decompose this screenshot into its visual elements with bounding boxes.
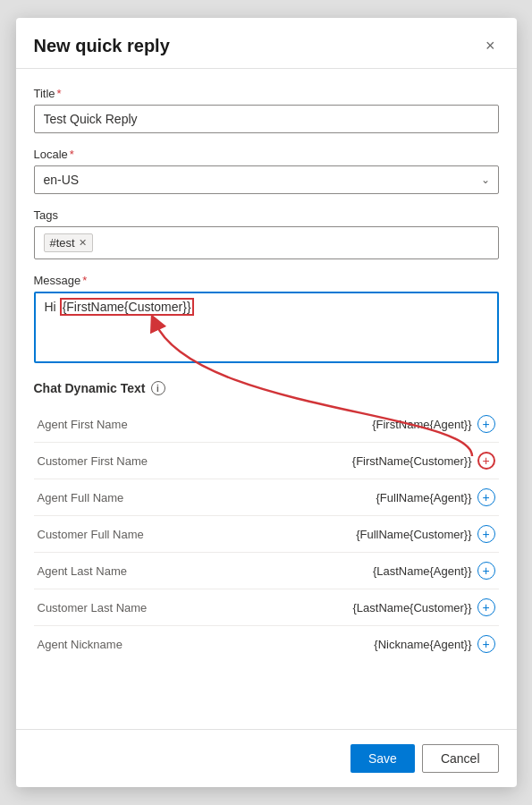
title-label: Title*	[34, 87, 499, 100]
table-row: Agent Nickname{Nickname{Agent}}+	[34, 626, 499, 663]
add-dynamic-button[interactable]: +	[477, 635, 495, 653]
table-row: Customer First Name{FirstName{Customer}}…	[34, 443, 499, 479]
row-value-cell: {LastName{Agent}}+	[243, 553, 499, 589]
row-dynamic-value: {LastName{Agent}}	[373, 564, 472, 578]
row-value-cell: {FirstName{Customer}}+	[243, 443, 499, 479]
dialog-footer: Save Cancel	[16, 729, 517, 787]
row-value-cell: {Nickname{Agent}}+	[243, 626, 499, 662]
row-name: Customer First Name	[34, 443, 243, 479]
dialog-body: Title* Locale* en-US en-GB fr-FR de-DE e…	[16, 69, 517, 715]
row-value-cell: {FullName{Agent}}+	[243, 479, 499, 515]
tag-item: #test ✕	[44, 233, 93, 252]
message-label: Message*	[34, 274, 499, 287]
table-row: Agent Last Name{LastName{Agent}}+	[34, 553, 499, 589]
row-dynamic-value: {FullName{Agent}}	[376, 491, 472, 504]
row-value-cell: {FirstName{Agent}}+	[243, 406, 499, 442]
add-dynamic-button[interactable]: +	[477, 525, 495, 543]
row-name: Agent Nickname	[34, 626, 243, 663]
table-row: Customer Full Name{FullName{Customer}}+	[34, 516, 499, 553]
dynamic-text-section: Chat Dynamic Text i Agent First Name{Fir…	[34, 381, 499, 662]
table-row: Agent Full Name{FullName{Agent}}+	[34, 479, 499, 516]
row-value-cell: {FullName{Customer}}+	[243, 516, 499, 552]
required-star-locale: *	[70, 148, 74, 161]
cancel-button[interactable]: Cancel	[422, 744, 499, 773]
row-value-cell: {LastName{Customer}}+	[243, 589, 499, 625]
row-dynamic-value: {Nickname{Agent}}	[374, 638, 471, 651]
add-dynamic-button[interactable]: +	[477, 598, 495, 616]
row-name: Customer Full Name	[34, 516, 243, 553]
table-row: Agent First Name{FirstName{Agent}}+	[34, 406, 499, 443]
required-star: *	[57, 87, 62, 100]
table-row: Customer Last Name{LastName{Customer}}+	[34, 589, 499, 626]
message-group: Message* Hi {FirstName{Customer}}	[34, 274, 499, 363]
locale-label: Locale*	[34, 148, 499, 161]
message-textarea[interactable]: Hi {FirstName{Customer}}	[34, 292, 499, 363]
locale-select-wrapper: en-US en-GB fr-FR de-DE es-ES ⌄	[34, 165, 499, 194]
locale-group: Locale* en-US en-GB fr-FR de-DE es-ES ⌄	[34, 148, 499, 194]
tags-group: Tags #test ✕	[34, 208, 499, 259]
message-prefix: Hi	[45, 300, 60, 314]
tags-input[interactable]: #test ✕	[34, 226, 499, 259]
row-name: Agent Full Name	[34, 479, 243, 516]
add-dynamic-button[interactable]: +	[477, 488, 495, 506]
title-input[interactable]	[34, 105, 499, 133]
tags-label: Tags	[34, 208, 499, 222]
row-name: Agent Last Name	[34, 553, 243, 589]
title-group: Title*	[34, 87, 499, 133]
row-name: Customer Last Name	[34, 589, 243, 626]
row-dynamic-value: {FirstName{Customer}}	[352, 454, 472, 468]
info-icon[interactable]: i	[151, 381, 165, 395]
row-dynamic-value: {FullName{Customer}}	[356, 528, 471, 541]
dynamic-tag: {FirstName{Customer}}	[60, 298, 194, 316]
dialog-header: New quick reply ×	[16, 18, 517, 69]
row-dynamic-value: {LastName{Customer}}	[353, 601, 472, 614]
row-dynamic-value: {FirstName{Agent}}	[372, 418, 471, 431]
close-button[interactable]: ×	[482, 34, 499, 57]
tag-remove-icon[interactable]: ✕	[79, 237, 87, 249]
row-name: Agent First Name	[34, 406, 243, 443]
new-quick-reply-dialog: New quick reply × Title* Locale* en-US e…	[16, 18, 517, 787]
dialog-title: New quick reply	[34, 36, 170, 56]
required-star-message: *	[82, 274, 87, 287]
locale-select[interactable]: en-US en-GB fr-FR de-DE es-ES	[34, 165, 499, 194]
add-dynamic-button[interactable]: +	[477, 415, 495, 433]
add-dynamic-button[interactable]: +	[477, 452, 495, 470]
dynamic-table: Agent First Name{FirstName{Agent}}+Custo…	[34, 406, 499, 662]
add-dynamic-button[interactable]: +	[477, 562, 495, 580]
tag-value: #test	[50, 236, 75, 250]
section-title: Chat Dynamic Text i	[34, 381, 499, 395]
save-button[interactable]: Save	[350, 744, 415, 773]
